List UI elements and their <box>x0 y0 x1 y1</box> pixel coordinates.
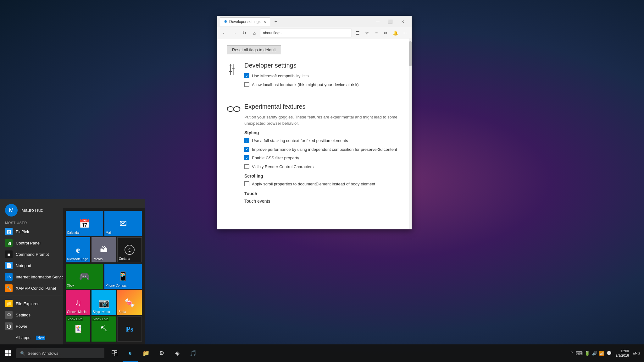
skype-tile-icon: 📷 <box>98 298 109 308</box>
browser-window: ⚙ Developer settings ✕ + — ⬜ ✕ ← → ↻ ⌂ a… <box>217 16 412 229</box>
refresh-button[interactable]: ↻ <box>240 29 249 37</box>
power-icon: ⏻ <box>5 322 13 330</box>
groove-tile-icon: ♫ <box>75 298 81 308</box>
back-button[interactable]: ← <box>220 29 229 37</box>
tab-favicon-icon: ⚙ <box>224 19 227 24</box>
mail-tile-label: Mail <box>106 231 111 235</box>
browser-tab-active[interactable]: ⚙ Developer settings ✕ <box>220 17 270 26</box>
groove-tile-label: Groove Music <box>67 310 86 314</box>
notification-icon[interactable]: 💬 <box>606 351 612 356</box>
notifications-button[interactable]: 🔔 <box>391 29 400 37</box>
tile-minecraft[interactable]: ⛏ XBOX LIVE <box>92 316 116 342</box>
tiles-row-5: 🃏 XBOX LIVE ⛏ XBOX LIVE Ps <box>65 316 142 342</box>
groove-taskbar-button[interactable]: 🎵 <box>186 344 201 362</box>
tab-close-button[interactable]: ✕ <box>264 20 266 24</box>
taskbar-search[interactable]: 🔍 Search Windows <box>16 348 104 358</box>
checkbox-css-filter: ✓ Enable CSS filter property <box>244 155 402 161</box>
tray-time[interactable]: 12:00 9/9/2016 <box>613 349 631 358</box>
checkbox-independent-comp-box[interactable]: ✓ <box>244 147 249 152</box>
tile-skype[interactable]: 📷 Skype video <box>92 290 116 315</box>
user-avatar: M <box>5 204 18 217</box>
note-button[interactable]: ✏ <box>381 29 390 37</box>
settings-taskbar-button[interactable]: ⚙ <box>154 344 169 362</box>
reading-view-button[interactable]: ☰ <box>353 29 362 37</box>
hub-button[interactable]: ≡ <box>372 29 381 37</box>
tile-photoshop[interactable]: Ps <box>117 316 142 342</box>
tile-calendar[interactable]: 📅 Calendar <box>66 211 103 236</box>
experimental-features-desc: Put on your safety goggles. These featur… <box>244 114 402 126</box>
app-label-control-panel: Control Panel <box>16 241 41 245</box>
file-explorer-taskbar-button[interactable]: 📁 <box>138 344 153 362</box>
tile-xbox-game1[interactable]: 🃏 XBOX LIVE <box>66 316 90 342</box>
app-label-picpick: PicPick <box>16 229 29 234</box>
edge-tile-icon: e <box>76 245 80 255</box>
app-label-file-explorer: File Explorer <box>16 301 39 306</box>
app-label-settings: Settings <box>16 313 31 317</box>
checkbox-localhost-label: Allow localhost loopback (this might put… <box>252 82 359 88</box>
photos-tile-icon: 🏔 <box>100 245 108 254</box>
styling-subtitle: Styling <box>244 130 402 135</box>
new-tab-button[interactable]: + <box>271 17 280 26</box>
svg-rect-11 <box>8 350 11 353</box>
svg-rect-16 <box>115 353 117 356</box>
tile-phone[interactable]: 📱 Phone Compa... <box>104 264 142 289</box>
close-button[interactable]: ✕ <box>397 16 409 27</box>
home-button[interactable]: ⌂ <box>250 29 259 37</box>
store-taskbar-button[interactable]: ◈ <box>170 344 185 362</box>
tile-cortana[interactable]: ○ Cortana <box>117 237 142 262</box>
checkbox-localhost-box[interactable] <box>244 82 249 87</box>
app-label-notepad: Notepad <box>16 263 31 268</box>
checkbox-scroll-props-box[interactable] <box>244 181 249 186</box>
checkbox-scroll-props-label: Apply scroll properties to documentEleme… <box>252 181 375 187</box>
tile-photos[interactable]: 🏔 Photos <box>92 237 116 262</box>
photoshop-icon: Ps <box>126 325 133 333</box>
volume-icon[interactable]: 🔊 <box>592 351 597 356</box>
goggles-icon <box>227 104 238 206</box>
checkbox-full-stacking: ✓ Use a full stacking context for fixed … <box>244 138 402 144</box>
checkbox-css-filter-box[interactable]: ✓ <box>244 155 249 160</box>
calendar-tile-icon: 📅 <box>79 218 90 229</box>
xbox-game1-icon: 🃏 <box>74 325 82 333</box>
minecraft-xbox-badge: XBOX LIVE <box>92 317 109 321</box>
tile-groove[interactable]: ♫ Groove Music <box>66 290 90 315</box>
more-button[interactable]: ⋯ <box>400 29 409 37</box>
minimize-button[interactable]: — <box>371 16 384 27</box>
tiles-row-1: 📅 Calendar ✉ Mail <box>65 211 142 236</box>
favorites-button[interactable]: ☆ <box>363 29 371 37</box>
scrollbar[interactable] <box>409 38 412 229</box>
app-label-power: Power <box>16 324 27 329</box>
taskbar: 🔍 Search Windows e 📁 ⚙ ◈ 🎵 ⌃ ⌨ <box>0 344 644 362</box>
task-view-button[interactable] <box>107 344 122 362</box>
keyboard-icon[interactable]: ⌨ <box>575 350 583 356</box>
tile-edge[interactable]: e Microsoft Edge <box>66 237 90 262</box>
tray-icons: ⌃ ⌨ 🔋 🔊 📶 💬 <box>570 350 612 356</box>
cortana-tile-label: Cortana <box>119 257 130 261</box>
language-indicator[interactable]: ENG <box>633 351 640 355</box>
touch-events-label: Touch events <box>244 199 402 204</box>
scrollbar-thumb[interactable] <box>409 41 412 66</box>
maximize-button[interactable]: ⬜ <box>384 16 397 27</box>
address-bar[interactable]: about:flags <box>260 29 352 37</box>
network-icon[interactable]: 📶 <box>599 351 604 356</box>
checkbox-control-chars-box[interactable] <box>244 164 249 169</box>
mail-tile-icon: ✉ <box>119 218 127 229</box>
touch-subtitle: Touch <box>244 191 402 196</box>
checkbox-compat-lists-box[interactable]: ✓ <box>244 73 249 78</box>
edge-tile-label: Microsoft Edge <box>67 257 88 261</box>
edge-taskbar-button[interactable]: e <box>123 344 138 362</box>
browser-titlebar: ⚙ Developer settings ✕ + — ⬜ ✕ <box>217 16 412 27</box>
clock-date: 9/9/2016 <box>615 353 629 358</box>
chevron-up-icon[interactable]: ⌃ <box>570 351 574 356</box>
start-button[interactable] <box>0 344 16 362</box>
checkbox-full-stacking-box[interactable]: ✓ <box>244 138 249 143</box>
forward-button[interactable]: → <box>230 29 239 37</box>
xbox-tile-icon: 🎮 <box>79 271 90 282</box>
tile-mail[interactable]: ✉ Mail <box>104 211 142 236</box>
tile-xbox[interactable]: 🎮 Xbox <box>66 264 103 289</box>
reset-flags-button[interactable]: Reset all flags to default <box>227 45 281 54</box>
tile-candy-crush[interactable]: 🍬 Soda <box>117 290 142 315</box>
search-text: Search Windows <box>28 351 58 356</box>
all-apps-icon <box>5 334 13 341</box>
checkbox-independent-comp-label: Improve performance by using independent… <box>252 146 397 153</box>
checkbox-scroll-props: Apply scroll properties to documentEleme… <box>244 181 402 187</box>
